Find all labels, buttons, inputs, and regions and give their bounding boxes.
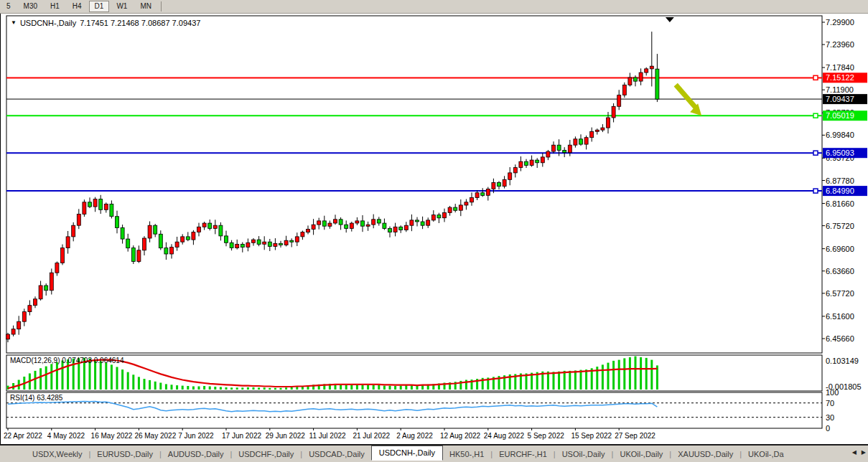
macd-histogram-bar <box>258 387 260 390</box>
macd-histogram-bar <box>230 387 233 390</box>
candle-body <box>121 227 124 239</box>
price-axis-label: 6.75720 <box>826 222 854 230</box>
candle-body <box>492 183 495 189</box>
candle-body <box>448 207 452 212</box>
price-badge-text: 6.84990 <box>826 187 854 195</box>
dropdown-triangle-icon[interactable]: ▼ <box>11 20 17 26</box>
toolbar-divider <box>161 1 162 11</box>
macd-histogram-bar <box>411 385 413 390</box>
candle-body <box>11 329 15 334</box>
candle-body <box>301 232 304 237</box>
candle-body <box>579 139 583 144</box>
candle-body <box>595 130 599 131</box>
candle-body <box>257 240 261 244</box>
macd-histogram-bar <box>389 386 391 390</box>
price-axis-label: 6.63660 <box>826 267 854 275</box>
candle-body <box>519 161 523 167</box>
rsi-axis-label: 30 <box>826 413 834 422</box>
candle-body <box>159 234 162 248</box>
macd-histogram-bar <box>176 385 178 390</box>
timeframe-button-h4[interactable]: H4 <box>67 1 88 12</box>
chart-tab-usdcad-daily[interactable]: USDCAD-,Daily <box>302 448 371 460</box>
candle-body <box>175 242 179 247</box>
candle-body <box>486 189 490 195</box>
candle-body <box>170 248 174 254</box>
tab-scroll-left-icon[interactable]: ◀ <box>852 449 857 456</box>
chart-tab-eurusd-daily[interactable]: EURUSD-,Daily <box>90 448 159 460</box>
candle-body <box>143 238 146 250</box>
candle-body <box>148 225 151 238</box>
chart-window[interactable]: 7.299007.239607.178407.119007.057806.998… <box>0 14 868 444</box>
chart-tab-xauusd-daily[interactable]: XAUUSD-,Daily <box>671 448 739 460</box>
macd-histogram-bar <box>39 368 42 390</box>
candle-body <box>279 243 283 245</box>
date-label: 15 Sep 2022 <box>571 432 612 440</box>
timeframe-button-5[interactable]: 5 <box>1 1 17 12</box>
chart-tab-ukoil-daily[interactable]: UKOil-,Daily <box>613 448 669 460</box>
candle-body <box>99 199 103 210</box>
date-label: 2 Aug 2022 <box>396 432 433 440</box>
macd-histogram-bar <box>640 357 642 390</box>
macd-histogram-bar <box>214 387 216 390</box>
candle-body <box>650 66 653 69</box>
macd-histogram-bar <box>291 387 293 390</box>
chart-tab-hk50-h1[interactable]: HK50-,H1 <box>443 448 490 460</box>
tab-scroll-right-icon[interactable]: ▶ <box>862 449 866 456</box>
candle-body <box>307 230 310 232</box>
macd-histogram-bar <box>225 387 228 390</box>
chart-tab-usoil-daily[interactable]: USOil-,Daily <box>556 448 612 460</box>
candle-body <box>634 77 638 81</box>
candle-body <box>39 286 42 299</box>
macd-histogram-bar <box>569 371 571 390</box>
macd-histogram-bar <box>607 363 610 390</box>
candle-body <box>601 128 605 130</box>
candle-body <box>431 215 435 220</box>
chart-tab-usdx-weekly[interactable]: USDX,Weekly <box>26 448 88 460</box>
macd-histogram-bar <box>635 357 637 390</box>
candle-body <box>639 72 643 81</box>
price-badge-7.05019: 7.05019 <box>823 110 867 121</box>
rsi-label: RSI(14) 63.4285 <box>10 394 63 402</box>
candle-body <box>383 223 386 228</box>
candle-body <box>110 204 113 216</box>
date-label: 22 Apr 2022 <box>4 432 42 440</box>
price-chart: 7.299007.239607.178407.119007.057806.998… <box>1 14 868 444</box>
chart-tab-ukoil-da[interactable]: UKOil-,Da <box>742 448 790 460</box>
level-line-handle <box>813 75 818 80</box>
macd-histogram-bar <box>602 364 604 390</box>
candle-body <box>361 221 365 226</box>
timeframe-button-mn[interactable]: MN <box>134 1 157 12</box>
timeframe-button-d1[interactable]: D1 <box>89 1 110 12</box>
candle-body <box>246 242 250 247</box>
chart-symbol-label: USDCNH-,Daily <box>20 19 76 27</box>
date-label: 4 May 2022 <box>47 432 85 440</box>
price-badge-text: 7.15122 <box>826 73 854 82</box>
macd-histogram-bar <box>274 388 276 390</box>
timeframe-button-m30[interactable]: M30 <box>18 1 43 12</box>
candle-body <box>563 151 566 153</box>
macd-histogram-bar <box>253 387 255 390</box>
timeframe-button-w1[interactable]: W1 <box>111 1 133 12</box>
timeframe-button-h1[interactable]: H1 <box>45 1 65 12</box>
chart-tab-usdcnh-daily[interactable]: USDCNH-,Daily <box>371 446 443 461</box>
candle-body <box>372 220 375 225</box>
date-label: 26 May 2022 <box>134 432 176 440</box>
candle-body <box>284 240 288 245</box>
macd-histogram-bar <box>378 385 380 390</box>
candle-body <box>622 85 626 95</box>
candle-body <box>186 237 190 240</box>
macd-label: MACD(12,26,9) 0.074703 0.064614 <box>10 357 124 364</box>
candle-body <box>61 248 65 263</box>
chart-tab-audusd-daily[interactable]: AUDUSD-,Daily <box>162 448 230 460</box>
candle-body <box>655 69 659 99</box>
chart-tab-usdchf-daily[interactable]: USDCHF-,Daily <box>232 448 300 460</box>
chart-tab-eurchf-h1[interactable]: EURCHF-,H1 <box>493 448 554 460</box>
candle-body <box>437 215 441 218</box>
candle-body <box>50 273 53 291</box>
macd-histogram-bar <box>612 361 615 390</box>
candle-body <box>154 225 157 234</box>
candle-body <box>263 242 266 244</box>
price-badge-7.09437: 7.09437 <box>823 94 867 104</box>
candle-body <box>22 312 26 322</box>
macd-histogram-bar <box>280 388 282 390</box>
